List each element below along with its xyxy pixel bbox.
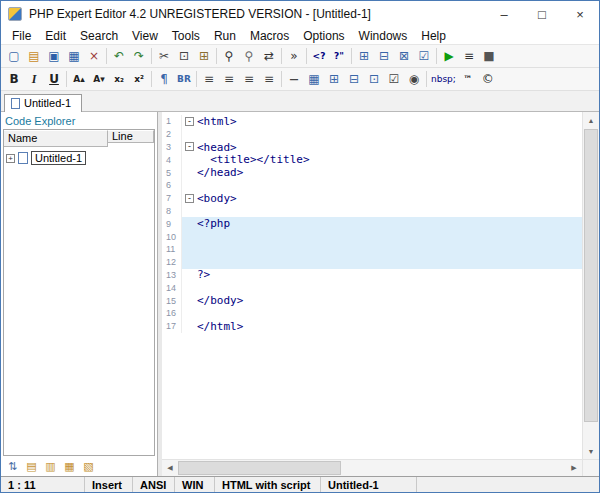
line-content[interactable]: -<head> <box>182 141 582 154</box>
line-content[interactable]: </html> <box>182 320 582 333</box>
underline-button[interactable]: U <box>44 69 64 89</box>
menu-item-windows[interactable]: Windows <box>352 28 415 44</box>
cut-button[interactable]: ✂ <box>154 46 174 66</box>
italic-button[interactable]: I <box>24 69 44 89</box>
insert-checkbox-button[interactable]: ☑ <box>414 46 434 66</box>
menu-item-help[interactable]: Help <box>414 28 453 44</box>
trademark-entity-button[interactable]: ™ <box>458 69 478 89</box>
menu-item-tools[interactable]: Tools <box>165 28 207 44</box>
redo-button[interactable]: ↷ <box>129 46 149 66</box>
line-content[interactable]: -<body> <box>182 192 582 205</box>
horizontal-scroll-thumb[interactable] <box>178 461 341 475</box>
fold-toggle-icon[interactable]: - <box>185 117 194 126</box>
table-wizard-button[interactable]: ⊞ <box>324 69 344 89</box>
new-file-button[interactable]: ▢ <box>4 46 24 66</box>
save-all-button[interactable]: ▦ <box>64 46 84 66</box>
tree-item-untitled-1[interactable]: + Untitled-1 <box>6 150 152 166</box>
form-checkbox-button[interactable]: ☑ <box>384 69 404 89</box>
line-content[interactable] <box>182 230 582 243</box>
php-tags-button[interactable]: <? <box>309 46 329 66</box>
line-content[interactable] <box>182 307 582 320</box>
line-content[interactable] <box>182 243 582 256</box>
paragraph-tag-button[interactable]: ¶ <box>154 69 174 89</box>
scroll-down-button[interactable]: ▼ <box>583 443 599 459</box>
more-tools-button[interactable]: » <box>284 46 304 66</box>
explorer-open-folder-button[interactable]: ▥ <box>42 458 59 474</box>
menu-item-file[interactable]: File <box>5 28 38 44</box>
nbsp-entity-button[interactable]: nbsp; <box>429 69 458 89</box>
tree-item-label[interactable]: Untitled-1 <box>31 151 86 165</box>
paste-button[interactable]: ⊞ <box>194 46 214 66</box>
menu-item-search[interactable]: Search <box>73 28 125 44</box>
line-content[interactable]: </body> <box>182 294 582 307</box>
line-content[interactable] <box>182 179 582 192</box>
explorer-lock-button[interactable]: ▦ <box>61 458 78 474</box>
line-content[interactable] <box>182 205 582 218</box>
save-file-button[interactable]: ▣ <box>44 46 64 66</box>
close-button[interactable]: × <box>561 1 599 27</box>
superscript-button[interactable]: x² <box>129 69 149 89</box>
align-center-button[interactable]: ≡ <box>219 69 239 89</box>
vertical-scrollbar[interactable]: ▲ ▼ <box>582 112 599 459</box>
menu-item-options[interactable]: Options <box>296 28 351 44</box>
minimize-button[interactable]: – <box>485 1 523 27</box>
column-header-line[interactable]: Line <box>108 130 154 143</box>
copyright-entity-button[interactable]: © <box>478 69 498 89</box>
column-header-name[interactable]: Name <box>4 130 108 147</box>
line-content[interactable]: <title></title> <box>182 153 582 166</box>
menu-item-view[interactable]: View <box>125 28 165 44</box>
line-content[interactable]: -<html> <box>182 115 582 128</box>
undo-button[interactable]: ↶ <box>109 46 129 66</box>
font-decrease-button[interactable]: A▾ <box>89 69 109 89</box>
open-file-button[interactable]: ▤ <box>24 46 44 66</box>
code-text: ?> <box>197 268 210 281</box>
explorer-new-folder-button[interactable]: ▤ <box>23 458 40 474</box>
line-content[interactable] <box>182 128 582 141</box>
line-content[interactable] <box>182 256 582 269</box>
fold-toggle-icon[interactable]: - <box>185 142 194 151</box>
form-radio-button[interactable]: ◉ <box>404 69 424 89</box>
stop-script-button[interactable]: ■ <box>479 46 499 66</box>
menu-item-edit[interactable]: Edit <box>38 28 73 44</box>
script-output-button[interactable]: ≡ <box>459 46 479 66</box>
insert-table-button[interactable]: ⊞ <box>354 46 374 66</box>
horizontal-scrollbar[interactable]: ◀ ▶ <box>162 459 599 476</box>
edit-table-button[interactable]: ⊟ <box>374 46 394 66</box>
align-left-button[interactable]: ≡ <box>199 69 219 89</box>
find-button[interactable]: ⚲ <box>219 46 239 66</box>
fold-toggle-icon[interactable]: - <box>185 194 194 203</box>
editor-lines[interactable]: 1-<html>23-<head>4 <title></title>5</hea… <box>162 112 582 459</box>
line-content[interactable]: </head> <box>182 166 582 179</box>
line-content[interactable]: ?> <box>182 269 582 282</box>
maximize-button[interactable]: □ <box>523 1 561 27</box>
find-next-button[interactable]: ⚲ <box>239 46 259 66</box>
menu-item-run[interactable]: Run <box>207 28 243 44</box>
scroll-up-button[interactable]: ▲ <box>583 112 599 128</box>
run-script-button[interactable]: ▶ <box>439 46 459 66</box>
vertical-scroll-thumb[interactable] <box>584 129 598 422</box>
insert-hr-button[interactable]: — <box>284 69 304 89</box>
scroll-left-button[interactable]: ◀ <box>162 460 178 476</box>
font-increase-button[interactable]: A▴ <box>69 69 89 89</box>
insert-form-button[interactable]: ⊠ <box>394 46 414 66</box>
line-content[interactable] <box>182 281 582 294</box>
align-right-button[interactable]: ≡ <box>239 69 259 89</box>
insert-image-button[interactable]: ▦ <box>304 69 324 89</box>
expand-icon[interactable]: + <box>6 154 15 163</box>
line-break-tag-button[interactable]: BR <box>174 69 194 89</box>
menu-item-macros[interactable]: Macros <box>243 28 296 44</box>
explorer-properties-button[interactable]: ▧ <box>80 458 97 474</box>
php-quote-button[interactable]: ?" <box>329 46 349 66</box>
table-row-button[interactable]: ⊟ <box>344 69 364 89</box>
explorer-sort-button[interactable]: ⇅ <box>4 458 21 474</box>
scroll-right-button[interactable]: ▶ <box>566 460 582 476</box>
line-content[interactable]: <?php <box>182 217 582 230</box>
copy-button[interactable]: ⊡ <box>174 46 194 66</box>
table-cell-button[interactable]: ⊡ <box>364 69 384 89</box>
replace-button[interactable]: ⇄ <box>259 46 279 66</box>
close-file-button[interactable]: × <box>84 46 104 66</box>
tab-untitled-1[interactable]: Untitled-1 <box>4 94 82 112</box>
subscript-button[interactable]: x₂ <box>109 69 129 89</box>
align-justify-button[interactable]: ≡ <box>259 69 279 89</box>
bold-button[interactable]: B <box>4 69 24 89</box>
